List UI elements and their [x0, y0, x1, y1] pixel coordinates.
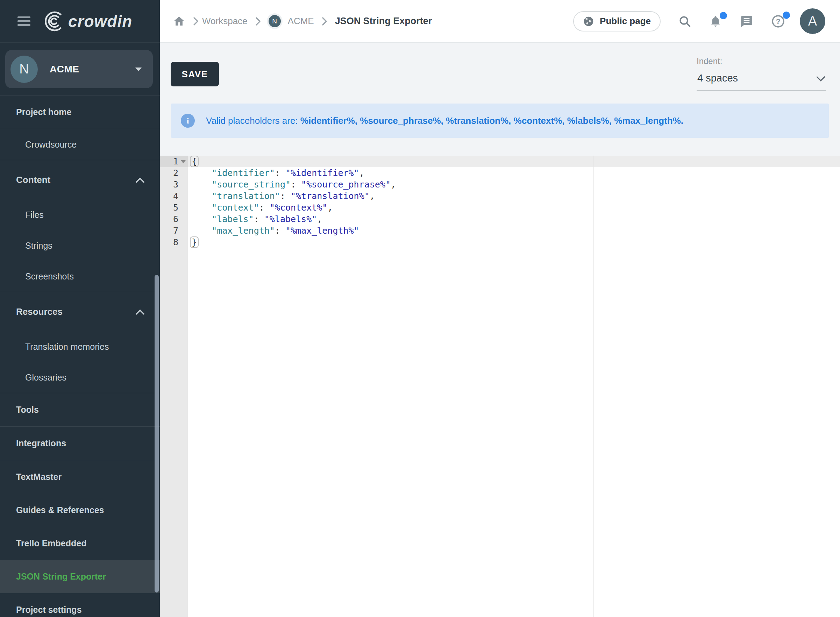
line-number: 1	[160, 156, 188, 167]
breadcrumb-workspace[interactable]: Workspace	[202, 16, 248, 27]
svg-text:?: ?	[776, 17, 780, 25]
user-avatar[interactable]: A	[800, 8, 825, 34]
sidebar-item-label: Integrations	[16, 438, 66, 449]
sidebar-item-project-home[interactable]: Project home	[0, 96, 160, 129]
help-button[interactable]: ?	[771, 14, 785, 28]
json-key-token: "labels"	[212, 214, 253, 224]
code-line: "context": "%context%",	[191, 202, 840, 213]
sidebar-item-strings[interactable]: Strings	[0, 230, 160, 261]
breadcrumb: Workspace N ACME JSON String Exporter	[173, 15, 432, 28]
project-badge: N	[268, 15, 281, 27]
editor-content[interactable]: { "identifier": "%identifier%", "source_…	[188, 156, 840, 617]
save-button[interactable]: SAVE	[171, 62, 219, 86]
sidebar-item-screenshots[interactable]: Screenshots	[0, 261, 160, 292]
breadcrumb-project[interactable]: N ACME	[268, 15, 314, 27]
code-text-token	[191, 179, 212, 190]
home-icon[interactable]	[173, 15, 185, 28]
breadcrumb-current-page: JSON String Exporter	[335, 16, 432, 27]
line-number: 6	[160, 213, 188, 225]
info-banner: i Valid placeholders are: %identifier%, …	[171, 103, 829, 138]
notification-dot	[783, 12, 790, 19]
top-header: Workspace N ACME JSON String Exporter	[160, 0, 840, 43]
code-text-token	[191, 191, 212, 201]
main-area: Workspace N ACME JSON String Exporter	[160, 0, 840, 617]
sidebar-item-resources[interactable]: Resources	[0, 292, 160, 331]
project-avatar: N	[10, 56, 38, 83]
code-line: "source_string": "%source_phrase%",	[191, 179, 840, 190]
info-icon: i	[181, 114, 195, 128]
sidebar-item-project-settings[interactable]: Project settings	[0, 593, 160, 617]
json-key-token: "max_length"	[212, 226, 275, 236]
line-number: 5	[160, 202, 188, 213]
sidebar-item-label: Tools	[16, 405, 39, 415]
sidebar-item-label: Files	[25, 210, 44, 220]
code-text-token	[191, 226, 212, 236]
json-value-token: "%identifier%"	[285, 168, 359, 178]
sidebar-top: crowdin	[0, 0, 160, 43]
app-window: crowdin N ACME Project homeCrowdsourceCo…	[0, 0, 840, 617]
sidebar-item-content[interactable]: Content	[0, 160, 160, 199]
code-line: {	[191, 156, 840, 167]
messages-button[interactable]	[740, 14, 754, 28]
crowdin-logo[interactable]: crowdin	[43, 10, 132, 32]
sidebar-item-label: Project settings	[16, 605, 82, 615]
code-line: "translation": "%translation%",	[191, 190, 840, 202]
code-text-token: :	[275, 226, 285, 236]
matched-bracket-token: }	[191, 237, 198, 247]
menu-icon[interactable]	[18, 16, 30, 26]
project-selector[interactable]: N ACME	[5, 50, 153, 88]
code-line: "max_length": "%max_length%"	[191, 225, 840, 236]
chevron-up-icon	[137, 176, 144, 184]
page-toolbar: SAVE Indent: 4 spaces	[160, 43, 840, 103]
header-actions: Public page	[573, 8, 825, 34]
json-key-token: "source_string"	[212, 179, 290, 190]
json-key-token: "translation"	[212, 191, 280, 201]
sidebar-item-label: Screenshots	[25, 272, 74, 282]
sidebar-item-files[interactable]: Files	[0, 199, 160, 230]
sidebar-item-crowdsource[interactable]: Crowdsource	[0, 129, 160, 160]
chevron-right-icon	[193, 17, 199, 26]
sidebar-item-glossaries[interactable]: Glossaries	[0, 362, 160, 393]
search-icon	[678, 15, 691, 28]
sidebar-scrollbar[interactable]	[155, 275, 159, 592]
line-number: 8	[160, 236, 188, 248]
matched-bracket-token: {	[191, 156, 198, 167]
sidebar-item-translation-memories[interactable]: Translation memories	[0, 331, 160, 362]
sidebar-item-label: Crowdsource	[25, 140, 77, 150]
json-key-token: "identifier"	[212, 168, 275, 178]
sidebar-item-trello-embedded[interactable]: Trello Embedded	[0, 527, 160, 560]
code-text-token	[191, 214, 212, 224]
public-page-button[interactable]: Public page	[573, 11, 660, 31]
chevron-up-icon	[137, 308, 144, 316]
sidebar-item-tools[interactable]: Tools	[0, 393, 160, 427]
sidebar-nav: Project homeCrowdsourceContentFilesStrin…	[0, 96, 160, 617]
code-text-token: ,	[391, 179, 396, 190]
indent-control: Indent: 4 spaces	[697, 56, 826, 91]
sidebar-item-guides-references[interactable]: Guides & References	[0, 493, 160, 527]
code-line: "identifier": "%identifier%",	[191, 167, 840, 179]
placeholder-token: %context%,	[514, 115, 565, 126]
sidebar-item-textmaster[interactable]: TextMaster	[0, 460, 160, 493]
notifications-button[interactable]	[709, 15, 722, 28]
fold-toggle-icon[interactable]	[181, 160, 186, 163]
json-key-token: "context"	[212, 202, 259, 213]
indent-select[interactable]: 4 spaces	[697, 70, 826, 91]
notification-dot	[720, 12, 727, 19]
sidebar-item-json-string-exporter[interactable]: JSON String Exporter	[0, 560, 160, 593]
code-text-token: ,	[327, 202, 333, 213]
sidebar-item-integrations[interactable]: Integrations	[0, 427, 160, 460]
project-name: ACME	[50, 63, 79, 75]
chevron-right-icon	[255, 17, 261, 26]
globe-icon	[583, 16, 594, 27]
code-text-token	[191, 202, 212, 213]
sidebar-item-label: Trello Embedded	[16, 538, 86, 548]
caret-down-icon	[136, 68, 141, 71]
chevron-right-icon	[322, 17, 327, 26]
code-editor: 12345678 { "identifier": "%identifier%",…	[160, 156, 840, 617]
json-value-token: "%source_phrase%"	[301, 179, 391, 190]
line-number: 2	[160, 167, 188, 179]
chat-icon	[740, 14, 754, 28]
sidebar-item-label: Glossaries	[25, 372, 66, 383]
search-button[interactable]	[678, 15, 691, 28]
sidebar-item-label: Content	[16, 174, 50, 185]
